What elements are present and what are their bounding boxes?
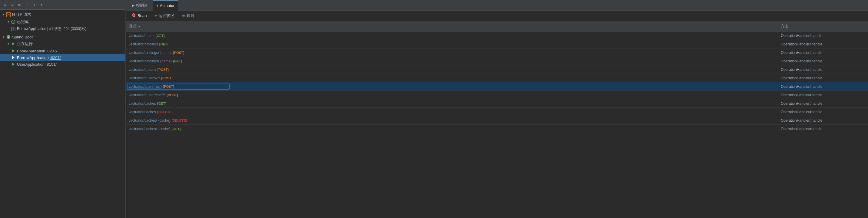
spring-boot-icon: S bbox=[6, 34, 11, 39]
path-header-label: 路径 bbox=[129, 24, 136, 29]
table-row[interactable]: /actuator/bindings/{name} [GET] Operatio… bbox=[126, 57, 868, 65]
method-badge: [GET] bbox=[159, 42, 168, 46]
path-cell: /actuator/bindings [GET] bbox=[126, 41, 777, 48]
method-badge: [POST] bbox=[163, 85, 174, 88]
map-icon: ⊕ bbox=[182, 13, 185, 18]
path-param: {cache} bbox=[158, 118, 170, 123]
path-cell: /actuator/bindings/{name} [POST] bbox=[126, 49, 777, 56]
path-cell: /actuator/caches/{cache} [DELETE] bbox=[126, 117, 777, 124]
user-app-item[interactable]: UserApplication :8101/ bbox=[0, 61, 125, 67]
table-row[interactable]: /actuator/beans [GET] OperationHandler#h… bbox=[126, 31, 868, 40]
path-link: /actuator/beans bbox=[129, 34, 154, 38]
sidebar-toolbar: ≡ ≡ ⊞ ⊟ ↕ + bbox=[0, 0, 125, 10]
method-cell: OperationHandler#handle bbox=[777, 100, 868, 107]
borrow-app-label: BorrowApplication :8301/ bbox=[17, 55, 61, 60]
book-app-label: BookApplication :8201/ bbox=[17, 49, 57, 53]
path-cell: /actuator/caches [GET] bbox=[126, 100, 777, 107]
path-link: /actuator/caches bbox=[129, 110, 156, 114]
expand-all-icon[interactable]: ≡ bbox=[10, 2, 15, 7]
running-label: 正在运行 bbox=[17, 41, 33, 46]
path-cell: /actuator/caches/{cache} [GET] bbox=[126, 126, 777, 132]
sidebar-content: ▾ H HTTP 请求 ▾ 已完成 R BorrowApplication | … bbox=[0, 10, 125, 218]
sort-asc-icon: ▲ bbox=[138, 25, 141, 28]
path-cell: /actuator/busenv/** [POST] bbox=[126, 75, 777, 82]
path-param: {name} bbox=[160, 51, 172, 55]
method-cell: OperationHandler#handle bbox=[777, 75, 868, 82]
path-link: /actuator/busrefresh bbox=[129, 85, 162, 89]
group-icon[interactable]: ⊞ bbox=[17, 2, 23, 7]
table-row[interactable]: /actuator/busenv [POST] OperationHandler… bbox=[126, 65, 868, 74]
completed-icon bbox=[11, 20, 16, 24]
tab-actuator[interactable]: ♦ Actuator bbox=[153, 0, 178, 11]
path-cell: /actuator/bindings/{name} [GET] bbox=[126, 58, 777, 64]
running-icon bbox=[11, 41, 16, 46]
method-cell: OperationHandler#handle bbox=[777, 66, 868, 73]
table-row[interactable]: /actuator/caches/{cache} [DELETE] Operat… bbox=[126, 116, 868, 125]
tab-mapping[interactable]: ⊕ 映射 bbox=[178, 11, 198, 21]
method-cell: OperationHandler#handle bbox=[777, 32, 868, 39]
path-cell: /actuator/busenv [POST] bbox=[126, 66, 777, 73]
path-link: /actuator/busenv/** bbox=[129, 76, 160, 80]
method-badge: [POST] bbox=[157, 68, 169, 71]
top-tab-bar: ▶ 控制台 ♦ Actuator bbox=[126, 0, 868, 11]
user-app-label: UserApplication :8101/ bbox=[17, 62, 57, 67]
sidebar: ≡ ≡ ⊞ ⊟ ↕ + ▾ H HTTP 请求 ▾ 已完成 bbox=[0, 0, 126, 218]
method-badge: [DELETE] bbox=[172, 119, 187, 122]
path-link: /actuator/caches bbox=[129, 101, 156, 106]
path-link: /actuator/busenv bbox=[129, 67, 156, 72]
borrow-request-label: BorrowApplication | #1 状态: 204 (330毫秒) bbox=[17, 26, 86, 31]
borrow-request-item[interactable]: R BorrowApplication | #1 状态: 204 (330毫秒) bbox=[0, 25, 125, 32]
http-requests-label: HTTP 请求 bbox=[12, 12, 31, 17]
table-row[interactable]: /actuator/busenv/** [POST] OperationHand… bbox=[126, 74, 868, 82]
sub-tab-bar: Bean ♥ 运行状况 ⊕ 映射 bbox=[126, 11, 868, 21]
table-row[interactable]: /actuator/caches [DELETE] OperationHandl… bbox=[126, 108, 868, 116]
tab-bean[interactable]: Bean bbox=[128, 11, 150, 20]
add-icon[interactable]: + bbox=[39, 2, 44, 7]
table-row[interactable]: /actuator/busrefresh [POST] OperationHan… bbox=[126, 82, 868, 91]
path-param: {name} bbox=[160, 59, 172, 63]
http-icon: H bbox=[6, 12, 11, 17]
table-header: 路径 ▲ 方法 bbox=[126, 21, 868, 31]
method-cell: OperationHandler#handle bbox=[777, 41, 868, 48]
chevron-down-icon: ▾ bbox=[6, 42, 10, 46]
table-row[interactable]: /actuator/bindings [GET] OperationHandle… bbox=[126, 40, 868, 49]
path-column-header[interactable]: 路径 ▲ bbox=[126, 22, 777, 30]
table-row[interactable]: /actuator/bindings/{name} [POST] Operati… bbox=[126, 49, 868, 57]
completed-section[interactable]: ▾ 已完成 bbox=[0, 18, 125, 25]
method-column-header: 方法 bbox=[777, 22, 868, 30]
path-cell: /actuator/caches [DELETE] bbox=[126, 109, 777, 115]
http-requests-section[interactable]: ▾ H HTTP 请求 bbox=[0, 11, 125, 18]
path-link: /actuator/bindings/ bbox=[129, 59, 159, 63]
table-row[interactable]: /actuator/busrefresh/** [POST] Operation… bbox=[126, 91, 868, 99]
bean-icon bbox=[132, 13, 136, 18]
running-section[interactable]: ▾ 正在运行 bbox=[0, 40, 125, 48]
chevron-down-icon: ▾ bbox=[6, 20, 10, 24]
svg-text:S: S bbox=[7, 36, 9, 39]
console-tab-label: 控制台 bbox=[136, 3, 148, 8]
bean-tab-label: Bean bbox=[137, 13, 147, 18]
mapping-tab-label: 映射 bbox=[187, 13, 194, 19]
sort-icon[interactable]: ↕ bbox=[31, 2, 37, 7]
actuator-icon: ♦ bbox=[156, 3, 158, 8]
path-link: /actuator/caches/ bbox=[129, 127, 157, 131]
path-param: {cache} bbox=[158, 127, 170, 131]
method-cell: OperationHandler#handle bbox=[777, 49, 868, 56]
filter-icon[interactable]: ⊟ bbox=[24, 2, 30, 7]
main-panel: ▶ 控制台 ♦ Actuator Bean ♥ 运行状况 ⊕ 映射 路径 bbox=[126, 0, 868, 218]
table-row[interactable]: /actuator/caches/{cache} [GET] Operation… bbox=[126, 125, 868, 133]
method-cell: OperationHandler#handle bbox=[777, 92, 868, 98]
borrow-app-item[interactable]: BorrowApplication :8301/ bbox=[0, 54, 125, 61]
path-cell: /actuator/busrefresh [POST] bbox=[126, 83, 777, 90]
spring-boot-section[interactable]: ▾ S Spring Boot bbox=[0, 34, 125, 40]
method-cell: OperationHandler#handle bbox=[777, 117, 868, 124]
console-icon: ▶ bbox=[132, 3, 134, 7]
table-row[interactable]: /actuator/caches [GET] OperationHandler#… bbox=[126, 99, 868, 108]
tab-health[interactable]: ♥ 运行状况 bbox=[151, 11, 178, 21]
collapse-all-icon[interactable]: ≡ bbox=[2, 2, 8, 7]
tab-console[interactable]: ▶ 控制台 bbox=[128, 0, 151, 11]
method-badge: [GET] bbox=[157, 102, 166, 105]
book-app-item[interactable]: BookApplication :8201/ bbox=[0, 48, 125, 54]
chevron-down-icon: ▾ bbox=[1, 35, 5, 39]
play-icon bbox=[11, 55, 16, 60]
health-tab-label: 运行状况 bbox=[158, 13, 174, 19]
